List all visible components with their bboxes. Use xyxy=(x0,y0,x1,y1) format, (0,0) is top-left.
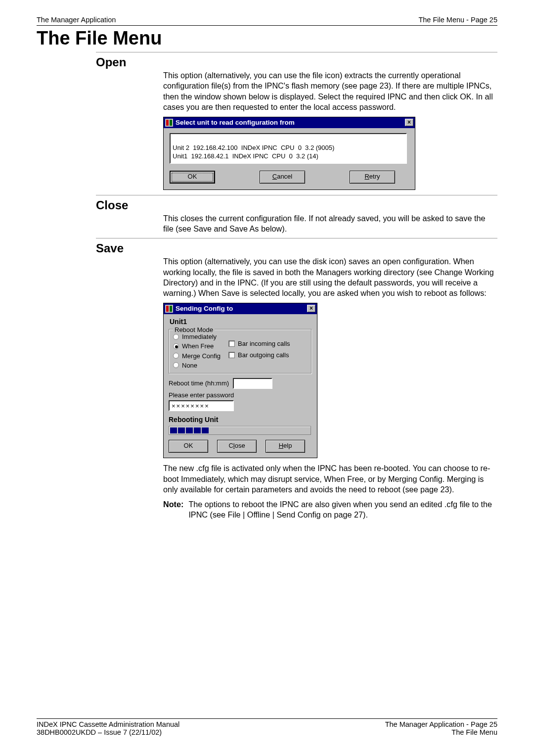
header-left: The Manager Application xyxy=(37,16,116,24)
page-title: The File Menu xyxy=(37,28,497,49)
mnemonic: H xyxy=(279,442,283,449)
rebooting-unit-label: Rebooting Unit xyxy=(169,415,312,424)
app-icon xyxy=(165,305,173,313)
para-close: This closes the current configuration fi… xyxy=(163,213,497,235)
password-label: Please enter password xyxy=(169,391,234,399)
section-close: Close This closes the current configurat… xyxy=(37,195,497,235)
note-text: The options to reboot the IPNC are also … xyxy=(188,499,497,520)
para-save-1: This option (alternatively, you can use … xyxy=(163,256,497,299)
footer-left-1: INDeX IPNC Cassette Administration Manua… xyxy=(37,720,179,728)
radio-label: None xyxy=(182,361,197,370)
radio-when-free[interactable]: When Free xyxy=(173,342,221,350)
heading-close: Close xyxy=(96,198,497,212)
radio-label: When Free xyxy=(182,342,214,350)
para-save-2: The new .cfg file is activated only when… xyxy=(163,463,497,495)
mnemonic: l xyxy=(233,442,235,449)
note-label: Note: xyxy=(163,499,183,520)
footer-right-2: The File Menu xyxy=(385,728,497,736)
check-label: Bar outgoing calls xyxy=(238,351,289,359)
list-item[interactable]: Unit 2 192.168.42.100 INDeX IPNC CPU 0 3… xyxy=(173,144,334,151)
footer-right-1: The Manager Application - Page 25 xyxy=(385,720,497,728)
titlebar-send: Sending Config to × xyxy=(164,303,317,314)
check-label: Bar incoming calls xyxy=(238,339,290,348)
mnemonic: R xyxy=(364,173,369,180)
ok-button[interactable]: OK xyxy=(170,171,215,184)
retry-button[interactable]: Retry xyxy=(350,171,395,184)
dialog-select-unit: Select unit to read configuration from ×… xyxy=(163,117,415,190)
progress-bar xyxy=(169,426,311,435)
close-icon[interactable]: × xyxy=(405,119,413,126)
help-button[interactable]: Help xyxy=(266,440,305,453)
page-footer: INDeX IPNC Cassette Administration Manua… xyxy=(37,718,497,736)
reboot-time-input[interactable] xyxy=(233,378,272,389)
footer-left-2: 38DHB0002UKDD – Issue 7 (22/11/02) xyxy=(37,728,179,736)
titlebar-select: Select unit to read configuration from × xyxy=(164,117,415,128)
password-input[interactable] xyxy=(169,400,234,411)
close-icon[interactable]: × xyxy=(307,305,315,312)
radio-merge-config[interactable]: Merge Config xyxy=(173,352,221,360)
running-header: The Manager Application The File Menu - … xyxy=(37,16,497,26)
unit-label: Unit1 xyxy=(170,317,312,326)
para-open: This option (alternatively, you can use … xyxy=(163,70,497,113)
close-button[interactable]: Close xyxy=(217,440,257,453)
heading-save: Save xyxy=(96,241,497,255)
radio-label: Merge Config xyxy=(182,352,221,360)
dialog-sending-config: Sending Config to × Unit1 Reboot Mode Im… xyxy=(163,303,317,459)
app-icon xyxy=(165,119,173,127)
section-open: Open This option (alternatively, you can… xyxy=(37,52,497,190)
radio-none[interactable]: None xyxy=(173,361,221,370)
reboot-time-label: Reboot time (hh:mm) xyxy=(169,379,229,387)
unit-listbox[interactable]: Unit 2 192.168.42.100 INDeX IPNC CPU 0 3… xyxy=(170,133,407,164)
reboot-mode-group: Reboot Mode Immediately When Free Merge … xyxy=(169,329,312,374)
group-legend: Reboot Mode xyxy=(173,326,215,334)
dialog-send-title: Sending Config to xyxy=(176,304,233,313)
list-item[interactable]: Unit1 192.168.42.1 INDeX IPNC CPU 0 3.2 … xyxy=(173,152,318,160)
check-bar-outgoing[interactable]: Bar outgoing calls xyxy=(228,351,290,359)
check-bar-incoming[interactable]: Bar incoming calls xyxy=(228,339,290,348)
section-save: Save This option (alternatively, you can… xyxy=(37,238,497,520)
mnemonic: C xyxy=(272,173,277,180)
note-block: Note: The options to reboot the IPNC are… xyxy=(163,499,497,520)
dialog-select-title: Select unit to read configuration from xyxy=(176,118,295,127)
header-right: The File Menu - Page 25 xyxy=(418,16,497,24)
cancel-button[interactable]: Cancel xyxy=(260,171,305,184)
heading-open: Open xyxy=(96,55,497,69)
ok-button[interactable]: OK xyxy=(169,440,208,453)
